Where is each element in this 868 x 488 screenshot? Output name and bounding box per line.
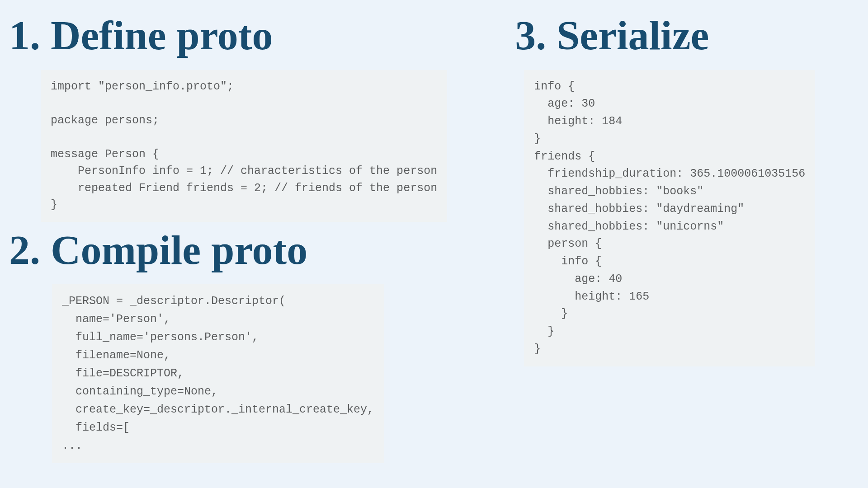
left-column: 1. Define proto import "person_info.prot… bbox=[9, 14, 447, 474]
right-column: 3. Serialize info { age: 30 height: 184 … bbox=[515, 14, 859, 474]
code-define-proto: import "person_info.proto"; package pers… bbox=[41, 70, 447, 222]
heading-define-proto: 1. Define proto bbox=[9, 14, 447, 57]
heading-serialize: 3. Serialize bbox=[515, 14, 859, 57]
section-define-proto: 1. Define proto import "person_info.prot… bbox=[9, 14, 447, 222]
code-serialize: info { age: 30 height: 184 } friends { f… bbox=[524, 70, 815, 366]
section-compile-proto: 2. Compile proto _PERSON = _descriptor.D… bbox=[9, 228, 447, 464]
slide-container: 1. Define proto import "person_info.prot… bbox=[9, 14, 859, 474]
heading-compile-proto: 2. Compile proto bbox=[9, 228, 447, 272]
code-compile-proto: _PERSON = _descriptor.Descriptor( name='… bbox=[52, 284, 384, 463]
section-serialize: 3. Serialize info { age: 30 height: 184 … bbox=[515, 14, 859, 366]
